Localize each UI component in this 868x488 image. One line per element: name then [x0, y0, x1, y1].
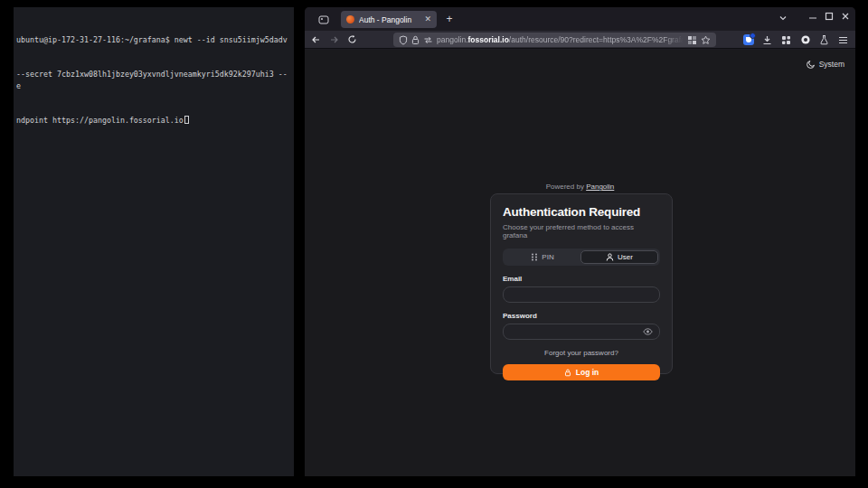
firefox-view-icon — [318, 14, 329, 25]
card-subtitle: Choose your preferred method to access g… — [503, 223, 660, 239]
circle-extension-button[interactable] — [798, 33, 812, 47]
flask-extension-button[interactable] — [817, 33, 831, 47]
terminal-line: ubuntu@ip-172-31-27-116:~/grafana$ newt … — [16, 34, 291, 46]
moon-theme-icon — [807, 60, 816, 69]
tab-auth-pangolin[interactable]: Auth - Pangolin ✕ — [341, 11, 437, 28]
forgot-password-link[interactable]: Forgot your password? — [503, 349, 660, 357]
card-title: Authentication Required — [503, 205, 660, 219]
back-arrow-icon — [311, 35, 321, 44]
tab-user-label: User — [618, 253, 633, 261]
password-field[interactable] — [510, 327, 643, 336]
maximize-icon[interactable] — [825, 12, 834, 21]
lock-icon — [411, 35, 420, 45]
browser-toolbar: pangolin.fossorial.io/auth/resource/90?r… — [305, 31, 855, 49]
terminal-cursor — [184, 116, 189, 125]
theme-toggle-button[interactable]: System — [807, 60, 844, 69]
tab-list-button[interactable] — [778, 14, 788, 22]
theme-label: System — [819, 60, 844, 69]
switch-arrows-icon — [423, 36, 433, 44]
back-button[interactable] — [308, 33, 323, 47]
containers-grid-icon[interactable] — [687, 35, 697, 45]
reload-icon — [347, 34, 357, 44]
browser-window: Auth - Pangolin ✕ + — [305, 7, 855, 476]
firefox-view-button[interactable] — [314, 12, 334, 27]
login-button-label: Log in — [576, 368, 599, 377]
hamburger-menu-icon — [838, 36, 848, 44]
extension-icons — [741, 33, 850, 47]
app-menu-button[interactable] — [836, 33, 850, 47]
downloads-button[interactable] — [760, 33, 774, 47]
terminal-line: ndpoint https://pangolin.fossorial.io — [16, 115, 291, 127]
auth-page: System Powered by Pangolin Authenticatio… — [305, 50, 855, 476]
download-icon — [762, 35, 772, 45]
keypad-icon — [531, 253, 538, 261]
tab-pin[interactable]: PIN — [505, 250, 580, 264]
email-field[interactable] — [510, 290, 653, 299]
tracking-shield-icon — [399, 35, 408, 45]
url-bar[interactable]: pangolin.fossorial.io/auth/resource/90?r… — [393, 33, 716, 47]
password-field-wrap — [503, 324, 660, 340]
tab-user[interactable]: User — [580, 250, 658, 264]
terminal-line: --secret 7cbz1xw08lh1jbzey03yxvndljvneam… — [16, 69, 291, 92]
blue-shield-extension-icon — [743, 34, 754, 45]
url-text: pangolin.fossorial.io/auth/resource/90?r… — [437, 35, 684, 44]
auth-method-tabs: PIN User — [503, 249, 660, 266]
powered-by: Powered by Pangolin — [305, 183, 855, 191]
user-icon — [606, 253, 614, 261]
password-manager-extension-button[interactable] — [741, 33, 755, 47]
window-controls — [808, 12, 850, 21]
extensions-button[interactable] — [779, 33, 793, 47]
login-lock-icon — [564, 369, 571, 377]
email-label: Email — [503, 275, 660, 283]
show-password-eye-icon[interactable] — [643, 328, 653, 335]
pangolin-favicon-icon — [346, 15, 354, 23]
login-button[interactable]: Log in — [503, 364, 660, 380]
chevron-down-icon — [778, 14, 788, 22]
terminal-window[interactable]: ubuntu@ip-172-31-27-116:~/grafana$ newt … — [14, 7, 294, 476]
bookmark-star-icon[interactable] — [701, 35, 711, 45]
pangolin-link[interactable]: Pangolin — [586, 183, 614, 191]
email-field-wrap — [503, 286, 660, 303]
new-tab-button[interactable]: + — [442, 13, 457, 27]
forward-button[interactable] — [326, 33, 341, 47]
minimize-icon[interactable] — [808, 12, 817, 21]
auth-card: Authentication Required Choose your pref… — [490, 193, 673, 374]
forward-arrow-icon — [329, 35, 339, 44]
password-label: Password — [503, 312, 660, 320]
reload-button[interactable] — [344, 33, 359, 47]
tab-title: Auth - Pangolin — [359, 15, 420, 24]
flask-icon — [819, 34, 829, 45]
tab-close-icon[interactable]: ✕ — [424, 15, 431, 23]
tab-pin-label: PIN — [542, 253, 553, 261]
close-window-icon[interactable] — [841, 12, 850, 21]
circle-dot-icon — [800, 34, 811, 45]
tab-bar: Auth - Pangolin ✕ + — [305, 7, 855, 31]
extensions-squares-icon — [781, 35, 791, 45]
